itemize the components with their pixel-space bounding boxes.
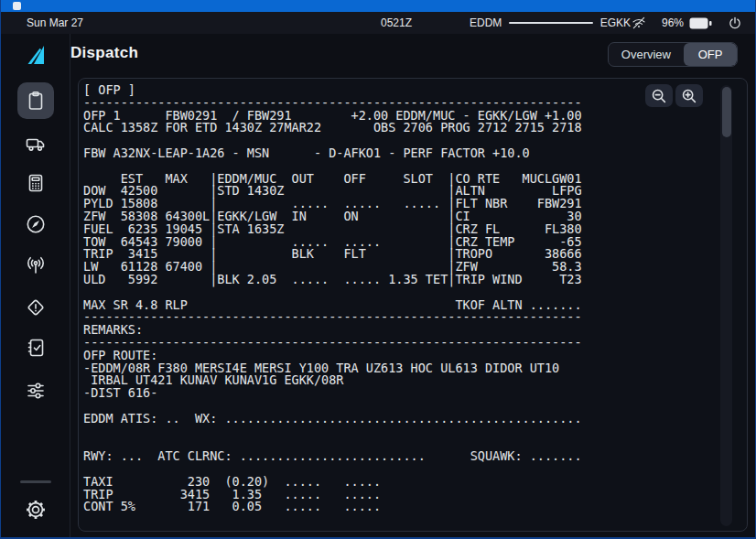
sidebar-item-performance[interactable]: [17, 165, 54, 201]
clipboard-icon: [25, 90, 47, 112]
battery-icon: [689, 17, 712, 29]
ofp-document: [ OFP ] --------------------------------…: [83, 84, 582, 513]
page-title: Dispatch: [70, 44, 138, 62]
zoom-in-button[interactable]: [675, 84, 703, 107]
status-date: Sun Mar 27: [27, 16, 83, 29]
origin-code: EDDM: [470, 16, 502, 29]
airline-logo: [27, 44, 47, 70]
sidebar-item-checklists[interactable]: [17, 329, 54, 366]
sidebar-item-dispatch[interactable]: [17, 82, 54, 119]
zoom-out-icon: [650, 87, 668, 105]
calculator-icon: [25, 172, 47, 194]
sidebar-divider: [20, 480, 51, 483]
sidebar-item-failures[interactable]: [17, 289, 54, 326]
app-window: Sun Mar 27 0521Z EDDM EGKK 96%: [0, 0, 756, 539]
progress-line: [509, 22, 592, 24]
sidebar-item-atc[interactable]: [17, 247, 54, 284]
zoom-in-icon: [680, 87, 698, 105]
sidebar: [1, 34, 70, 539]
tab-overview[interactable]: Overview: [609, 43, 684, 66]
window-titlebar[interactable]: [1, 0, 755, 12]
gear-icon: [24, 498, 48, 522]
main-area: Dispatch Overview OFP [ OFP ] ----------…: [70, 34, 756, 539]
compass-icon: [25, 213, 47, 235]
flight-progress: EDDM EGKK: [470, 16, 631, 29]
ofp-panel: [ OFP ] --------------------------------…: [78, 78, 748, 532]
battery-percent: 96%: [662, 16, 684, 29]
power-icon[interactable]: [727, 15, 743, 31]
sidebar-item-navigation[interactable]: [17, 206, 54, 243]
checklist-icon: [25, 337, 47, 359]
zoom-out-button[interactable]: [645, 84, 673, 107]
truck-icon: [25, 133, 47, 155]
status-clock: 0521Z: [381, 16, 412, 29]
view-switcher: Overview OFP: [608, 42, 738, 67]
scrollbar-track[interactable]: [720, 85, 732, 526]
sliders-icon: [25, 380, 47, 402]
tab-ofp[interactable]: OFP: [684, 43, 737, 66]
page-header: Dispatch Overview OFP: [70, 34, 756, 78]
sidebar-item-settings[interactable]: [17, 491, 54, 528]
radio-tower-icon: [25, 254, 47, 276]
scrollbar-thumb[interactable]: [722, 87, 731, 137]
window-app-icon: [13, 2, 21, 10]
sidebar-item-presets[interactable]: [17, 372, 54, 409]
alert-diamond-icon: [25, 296, 47, 318]
destination-code: EGKK: [600, 16, 631, 29]
status-bar: Sun Mar 27 0521Z EDDM EGKK 96%: [1, 12, 755, 34]
zoom-controls: [645, 84, 703, 107]
sidebar-item-ground-services[interactable]: [17, 125, 54, 162]
wifi-off-icon: [631, 15, 647, 31]
